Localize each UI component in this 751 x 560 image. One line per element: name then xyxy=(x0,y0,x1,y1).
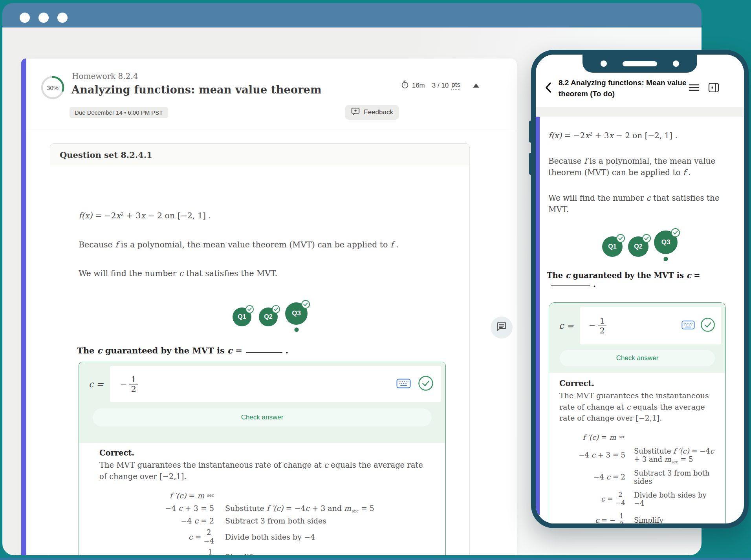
answer-input-section: c = − 12 xyxy=(79,362,445,443)
phone-notch xyxy=(582,55,697,73)
derivation-steps: f ′(c) = msec −4c + 3 = 5 Substitute f ′… xyxy=(99,491,427,555)
problem-text-line3: We will find the number c that satisfies… xyxy=(79,268,446,280)
phone-mockup: 8.2 Analyzing functions: Mean value theo… xyxy=(531,50,749,528)
answer-box: c = − 12 xyxy=(549,302,726,523)
phone-volume-button xyxy=(529,153,532,175)
problem-text-line3: We will find the number c that satisfies… xyxy=(548,192,731,215)
camera-dot xyxy=(601,60,607,67)
step-note: Divide both sides by −4 xyxy=(634,491,718,507)
window-control-dot[interactable] xyxy=(57,13,68,23)
question-badges: Q1 Q2 Q3 xyxy=(548,231,731,262)
problem-statement: f(x) = −2x2 + 3x − 2 on [−2, 1] . xyxy=(548,130,731,141)
phone-content: f(x) = −2x2 + 3x − 2 on [−2, 1] . Becaus… xyxy=(536,117,744,499)
step-equation: −4c + 3 = 5 xyxy=(579,451,625,459)
progress-ring: 30% xyxy=(40,75,65,100)
problem-statement: f(x) = −2x2 + 3x − 2 on [−2, 1] . xyxy=(79,210,446,222)
badge-check-icon xyxy=(301,300,310,311)
question-badge-q2[interactable]: Q2 xyxy=(259,307,278,326)
phone-page-title: 8.2 Analyzing functions: Mean value theo… xyxy=(559,77,688,99)
correct-label: Correct. xyxy=(99,448,427,458)
question-set-panel: Question set 8.2.4.1 f(x) = −2x2 + 3x − … xyxy=(50,143,470,555)
step-equation: f ′(c) = msec xyxy=(582,433,625,441)
points-unit: pts xyxy=(451,81,460,90)
header-divider xyxy=(26,131,517,131)
question-badge-q1[interactable]: Q1 xyxy=(602,236,623,257)
due-date-badge: Due December 14 • 6:00 PM PST xyxy=(70,107,168,118)
feedback-label: Feedback xyxy=(364,108,393,116)
badge-check-icon xyxy=(670,228,680,240)
check-circle-icon[interactable] xyxy=(700,317,716,334)
comment-fab-button[interactable] xyxy=(491,317,513,339)
window-control-dot[interactable] xyxy=(20,13,30,23)
answer-variable-label: c = xyxy=(89,379,104,389)
keyboard-icon[interactable] xyxy=(396,378,411,390)
step-note: Subtract 3 from both sides xyxy=(634,469,718,485)
question-badge-q3-active[interactable]: Q3 xyxy=(654,231,678,254)
assignment-title: Analyzing functions: mean value theorem xyxy=(71,84,322,96)
step-note: Substitute f ′(c) = −4c + 3 and msec = 5 xyxy=(634,447,718,463)
question-badge-q3-active[interactable]: Q3 xyxy=(285,302,308,325)
step-equation: c =−12 xyxy=(183,549,214,555)
step-equation: f ′(c) = msec xyxy=(169,491,214,500)
step-equation: c =−12 xyxy=(595,513,625,523)
fill-in-prompt: The c guaranteed by the MVT is c =. xyxy=(77,346,446,355)
check-answer-button[interactable]: Check answer xyxy=(93,408,432,426)
answer-input-field[interactable]: − 12 xyxy=(110,366,441,402)
phone-volume-button xyxy=(529,121,532,143)
answer-feedback-section: Correct. The MVT guarantees the instanta… xyxy=(79,443,445,555)
answer-input-field[interactable]: − 12 xyxy=(580,307,721,344)
points-earned: 3 / 10 xyxy=(432,82,449,90)
badge-check-icon xyxy=(642,234,651,245)
assignment-kicker: Homework 8.2.4 xyxy=(72,71,138,81)
check-answer-button[interactable]: Check answer xyxy=(560,350,715,366)
check-circle-icon[interactable] xyxy=(418,375,434,393)
derivation-steps: f ′(c) = msec −4c + 3 = 5 Substitute f ′… xyxy=(559,433,718,523)
answer-feedback-section: Correct. The MVT guarantees the instanta… xyxy=(549,373,725,523)
question-badge-q2[interactable]: Q2 xyxy=(628,236,648,257)
step-note: Simplify xyxy=(225,553,427,555)
feedback-bubble-star-icon xyxy=(351,107,360,118)
window-control-dot[interactable] xyxy=(38,13,49,23)
assignment-meta: 16m 3 / 10pts xyxy=(401,80,479,91)
progress-percent: 30% xyxy=(40,75,65,100)
step-note: Subtract 3 from both sides xyxy=(225,516,427,525)
phone-screen: 8.2 Analyzing functions: Mean value theo… xyxy=(536,55,744,523)
step-equation: −4c + 3 = 5 xyxy=(165,504,214,512)
explanation-text: The MVT guarantees the instantaneous rat… xyxy=(99,459,427,483)
speaker-bar xyxy=(623,61,657,66)
badge-check-icon xyxy=(245,305,254,315)
step-note: Simplify xyxy=(634,516,718,523)
question-set-title: Question set 8.2.4.1 xyxy=(50,144,469,166)
answer-value: − 12 xyxy=(120,375,138,393)
step-equation: c =2−4 xyxy=(601,491,625,507)
collapse-up-icon[interactable] xyxy=(473,84,479,88)
answer-variable-label: c = xyxy=(559,321,574,331)
step-note: Substitute f ′(c) = −4c + 3 and msec = 5 xyxy=(225,504,427,512)
purple-accent-bar xyxy=(21,59,26,555)
answer-blank-line xyxy=(551,285,590,286)
step-note: Divide both sides by −4 xyxy=(225,533,427,541)
problem-text-line2: Because f is a polynomial, the mean valu… xyxy=(79,239,446,251)
back-chevron-icon[interactable] xyxy=(544,81,552,95)
answer-value: − 12 xyxy=(589,317,606,335)
camera-dot xyxy=(673,60,679,67)
answer-blank-line xyxy=(246,352,282,353)
comment-bubble-icon xyxy=(496,322,507,333)
feedback-button[interactable]: Feedback xyxy=(345,105,399,120)
question-badge-q1[interactable]: Q1 xyxy=(233,307,251,326)
badge-check-icon xyxy=(271,305,280,315)
step-equation: c =2−4 xyxy=(189,529,214,545)
step-equation: −4c = 2 xyxy=(181,516,214,525)
hamburger-menu-icon[interactable] xyxy=(688,83,700,93)
side-panel-icon[interactable] xyxy=(708,82,720,95)
assignment-card: 30% Homework 8.2.4 Analyzing functions: … xyxy=(21,59,517,555)
problem-text-line2: Because f is a polynomial, the mean valu… xyxy=(548,156,731,178)
stopwatch-icon xyxy=(401,80,409,91)
keyboard-icon[interactable] xyxy=(681,320,695,331)
correct-label: Correct. xyxy=(559,379,718,388)
answer-input-section: c = − 12 xyxy=(549,303,725,373)
browser-title-bar xyxy=(2,3,702,27)
fill-in-prompt: The c guaranteed by the MVT is c =. xyxy=(547,271,731,289)
badge-check-icon xyxy=(616,234,625,245)
step-equation: −4c = 2 xyxy=(593,473,625,481)
